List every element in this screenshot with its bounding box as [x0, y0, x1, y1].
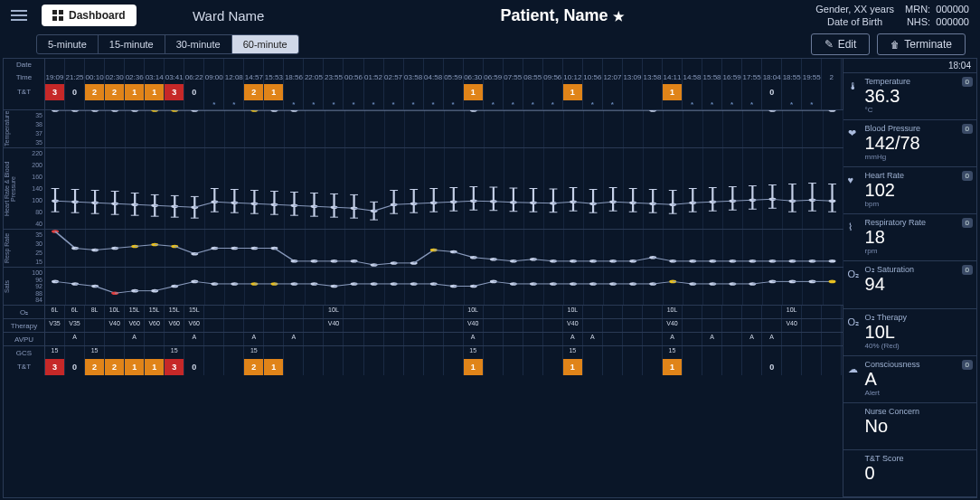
menu-icon[interactable]: [7, 6, 31, 24]
date-cell: [643, 59, 663, 71]
date-cell: [105, 59, 125, 71]
tab-15-minute[interactable]: 15-minute: [99, 35, 165, 53]
therapy-cell: [284, 319, 304, 332]
therapy-cell: [344, 319, 363, 332]
tt-cell: [603, 359, 623, 375]
time-cell: 09:56: [543, 71, 563, 84]
score-badge: 0: [962, 218, 973, 228]
avpu-cell: [523, 333, 543, 345]
gcs-cell: [284, 346, 304, 359]
time-cell: 04:58: [424, 71, 444, 84]
tt-cell: 2: [85, 359, 105, 375]
o2-cell: 10L: [563, 306, 583, 318]
tt-cell: [404, 359, 424, 375]
gcs-cell: [364, 346, 384, 359]
o2-cell: 6L: [65, 306, 85, 318]
o2-cell: 10L: [464, 306, 484, 318]
avpu-cell: A: [563, 333, 583, 345]
date-cell: [384, 59, 404, 71]
date-cell: [364, 59, 384, 71]
gcs-cell: [742, 346, 762, 359]
therapy-cell: [244, 319, 264, 332]
tab-5-minute[interactable]: 5-minute: [37, 35, 99, 53]
date-cell: [165, 59, 184, 71]
gcs-cell: 15: [663, 346, 683, 359]
tt-cell: [324, 84, 344, 100]
edit-button[interactable]: Edit: [811, 33, 871, 55]
time-cell: 19:09: [45, 71, 65, 84]
gcs-cell: [264, 346, 284, 359]
therapy-cell: V60: [125, 319, 145, 332]
avpu-cell: [344, 333, 363, 345]
therapy-cell: [822, 319, 842, 332]
vital-respiratory-rate[interactable]: ⌇Respiratory Rate18rpm0: [843, 214, 976, 261]
therapy-cell: V35: [65, 319, 85, 332]
tt-cell: 1: [563, 359, 583, 375]
therapy-cell: [424, 319, 444, 332]
time-cell: 02:30: [105, 71, 125, 84]
therapy-cell: [802, 319, 822, 332]
o2-cell: [224, 306, 244, 318]
svg-line-312: [95, 287, 115, 294]
date-cell: [45, 59, 65, 71]
time-cell: 02:57: [384, 71, 404, 84]
trash-icon: [890, 38, 900, 51]
gcs-cell: 15: [165, 346, 184, 359]
avpu-cell: A: [65, 333, 85, 345]
svg-line-229: [55, 231, 75, 248]
date-cell: [702, 59, 722, 71]
tt-cell: [224, 359, 244, 375]
time-cell: 18:55: [782, 71, 802, 84]
dashboard-button[interactable]: Dashboard: [42, 5, 137, 26]
tt-cell: 2: [244, 359, 264, 375]
tt-cell: [623, 359, 643, 375]
ward-name: Ward Name: [147, 8, 310, 24]
gcs-cell: [484, 346, 504, 359]
avpu-cell: [324, 333, 344, 345]
tt-cell: [424, 84, 444, 100]
vital-o-therapy[interactable]: O₂O₂ Therapy10L40% (Red): [843, 309, 976, 356]
vital-o-saturation[interactable]: O₂O₂ Saturation940: [843, 261, 976, 308]
tab-60-minute[interactable]: 60-minute: [232, 35, 298, 53]
time-cell: 23:55: [324, 71, 344, 84]
avpu-cell: [145, 333, 165, 345]
vital-consciousness[interactable]: ☁ConsciousnessAAlert0: [843, 356, 976, 403]
vital-nurse-concern[interactable]: Nurse ConcernNo: [843, 403, 976, 450]
therapy-cell: [204, 319, 224, 332]
tab-30-minute[interactable]: 30-minute: [165, 35, 232, 53]
therapy-cell: V40: [782, 319, 802, 332]
tt-cell: 1: [125, 359, 145, 375]
gcs-cell: [702, 346, 722, 359]
terminate-button[interactable]: Terminate: [877, 33, 966, 55]
avpu-cell: [683, 333, 702, 345]
avpu-cell: A: [663, 333, 683, 345]
tt-cell: [204, 84, 224, 100]
gcs-cell: [145, 346, 165, 359]
o2-cell: [284, 306, 304, 318]
svg-point-227: [829, 200, 836, 203]
gcs-cell: [543, 346, 563, 359]
tt-cell: [404, 84, 424, 100]
chart-heart-rate-blood-pressure: Heart Rate & Blood Pressure2202001601401…: [4, 147, 843, 229]
tt-cell: 1: [663, 84, 683, 100]
vital-temperature[interactable]: 🌡Temperature36.3°C0: [843, 73, 976, 120]
gcs-cell: [444, 346, 464, 359]
o2-cell: [484, 306, 504, 318]
date-cell: [264, 59, 284, 71]
therapy-cell: [643, 319, 663, 332]
o2-cell: 10L: [105, 306, 125, 318]
therapy-cell: [683, 319, 702, 332]
vital-icon: ♥: [848, 175, 861, 187]
o2-cell: 8L: [85, 306, 105, 318]
o2-cell: 15L: [125, 306, 145, 318]
chart-resp-rate: Resp Rate35302515: [4, 229, 843, 267]
vital-t-t-score[interactable]: T&T Score0: [843, 450, 976, 497]
date-cell: [125, 59, 145, 71]
time-cell: 00:10: [85, 71, 105, 84]
star-icon[interactable]: ★: [613, 9, 625, 24]
vital-heart-rate[interactable]: ♥Heart Rate102bpm0: [843, 167, 976, 214]
avpu-cell: [424, 333, 444, 345]
date-cell: [543, 59, 563, 71]
vital-blood-pressure[interactable]: ❤Blood Pressure142/78mmHg0: [843, 120, 976, 167]
therapy-cell: V40: [663, 319, 683, 332]
